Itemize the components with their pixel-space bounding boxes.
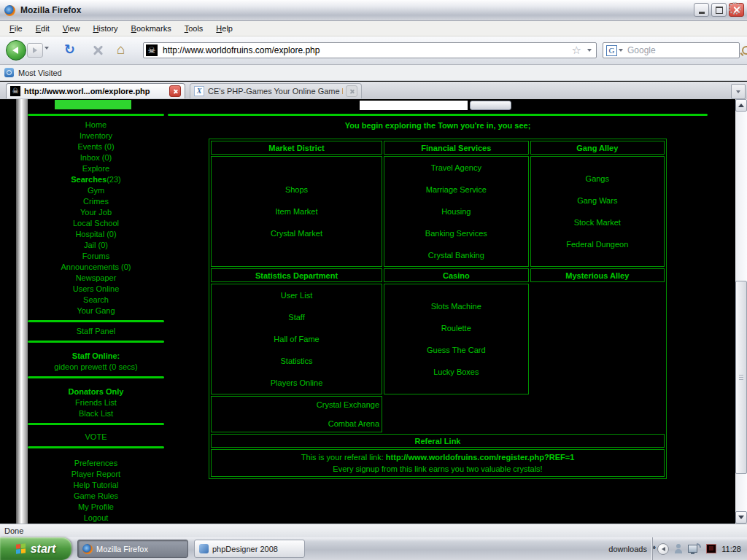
menu-item[interactable]: File: [3, 22, 29, 35]
start-button[interactable]: start: [0, 537, 71, 560]
explore-link[interactable]: Gangs: [586, 168, 609, 190]
scroll-up-button[interactable]: [735, 99, 747, 112]
sidebar-link[interactable]: Player Report: [28, 469, 164, 480]
list-all-tabs-button[interactable]: [731, 84, 746, 99]
explore-link[interactable]: Travel Agency: [431, 157, 481, 179]
sidebar-link[interactable]: Friends List: [28, 397, 164, 408]
hide-tray-icons-button[interactable]: [657, 543, 669, 555]
referal-url-link[interactable]: http://www.worldofruins.com/register.php…: [386, 453, 574, 462]
sidebar-link[interactable]: Explore: [28, 163, 164, 174]
sidebar-link[interactable]: Searches(23): [28, 174, 164, 185]
url-bar: ☠ ☆: [143, 42, 597, 58]
explore-link[interactable]: Crystal Market: [271, 222, 322, 244]
sidebar-link[interactable]: Local School: [28, 218, 164, 229]
explore-link[interactable]: Staff: [288, 306, 304, 328]
menu-item[interactable]: Tools: [178, 22, 210, 35]
taskbar-button-phpdesigner[interactable]: phpDesigner 2008: [194, 540, 305, 558]
sidebar-link[interactable]: Newspaper: [28, 273, 164, 284]
sidebar-link[interactable]: Preferences: [28, 458, 164, 469]
sidebar-link[interactable]: Announcements (0): [28, 262, 164, 273]
staff-online-user-link[interactable]: gideon prewett (0 secs): [28, 362, 164, 373]
sidebar-link[interactable]: Jail (0): [28, 240, 164, 251]
explore-link[interactable]: Marriage Service: [426, 179, 487, 201]
home-button[interactable]: ⌂: [117, 42, 125, 58]
menu-item[interactable]: View: [56, 22, 87, 35]
tab-ce-php-games[interactable]: X CE's PHP-Games Your Online Game Dev...: [190, 83, 362, 98]
explore-link[interactable]: Guess The Card: [427, 339, 486, 361]
sidebar-link[interactable]: Inventory: [28, 131, 164, 141]
recorder-tray-icon[interactable]: [706, 544, 716, 553]
explore-link[interactable]: Players Online: [271, 372, 323, 394]
search-input[interactable]: [626, 44, 742, 56]
vertical-scrollbar[interactable]: [735, 99, 747, 524]
sidebar-link[interactable]: Help Tutorial: [28, 480, 164, 491]
sidebar-link[interactable]: My Profile: [28, 502, 164, 513]
explore-link[interactable]: Hall of Fame: [274, 328, 319, 350]
downloads-label[interactable]: downloads: [608, 545, 647, 553]
sidebar-link[interactable]: Forums: [28, 251, 164, 262]
explore-link[interactable]: Roulette: [441, 317, 471, 339]
sidebar-link[interactable]: Home: [28, 120, 164, 131]
explore-link[interactable]: Lucky Boxes: [433, 361, 479, 383]
search-engine-dropdown[interactable]: [619, 49, 623, 52]
explore-link[interactable]: Crystal Banking: [428, 244, 484, 266]
divider: [28, 376, 164, 378]
sidebar-link[interactable]: Black List: [28, 408, 164, 419]
explore-link[interactable]: Item Market: [275, 201, 317, 222]
sidebar-link[interactable]: Logout: [28, 513, 164, 524]
menu-item[interactable]: History: [86, 22, 124, 35]
menu-item[interactable]: Help: [209, 22, 239, 35]
back-button[interactable]: [6, 40, 26, 61]
explore-link[interactable]: Slots Machine: [431, 295, 481, 317]
explore-link[interactable]: Housing: [441, 201, 471, 222]
forward-button[interactable]: [27, 43, 43, 58]
sidebar-link[interactable]: Search: [28, 295, 164, 306]
url-input[interactable]: [161, 44, 572, 56]
bookmark-star-icon[interactable]: ☆: [572, 44, 581, 57]
search-bar: G: [603, 42, 740, 58]
bookmarks-toolbar: Most Visited: [0, 65, 747, 81]
sidebar-link[interactable]: Game Rules: [28, 491, 164, 502]
most-visited-bookmark[interactable]: Most Visited: [18, 69, 62, 77]
taskbar-button-firefox[interactable]: Mozilla Firefox: [77, 540, 188, 558]
messenger-tray-icon[interactable]: [674, 544, 683, 553]
sidebar-link[interactable]: Events (0): [28, 141, 164, 152]
volume-network-tray-icon[interactable]: [688, 545, 697, 553]
explore-link[interactable]: Banking Services: [425, 222, 487, 244]
tab-close-button[interactable]: [169, 85, 181, 97]
menu-item[interactable]: Bookmarks: [125, 22, 178, 35]
sidebar-link[interactable]: Crimes: [28, 196, 164, 207]
header-financial-services: Financial Services: [384, 141, 529, 155]
sidebar-link[interactable]: Hospital (0): [28, 229, 164, 240]
sidebar-link[interactable]: Users Online: [28, 284, 164, 295]
sidebar-link-vote[interactable]: VOTE: [28, 432, 164, 443]
page-left-decorative-strip: [16, 99, 28, 524]
explore-link[interactable]: Federal Dungeon: [566, 233, 628, 255]
sidebar-link[interactable]: Your Gang: [28, 306, 164, 316]
explore-link[interactable]: Stock Market: [574, 211, 621, 233]
stop-button[interactable]: [92, 44, 104, 56]
explore-link[interactable]: Crystal Exchange: [317, 395, 379, 414]
restore-button[interactable]: [711, 3, 727, 17]
explore-link[interactable]: Gang Wars: [577, 190, 617, 211]
google-engine-icon[interactable]: G: [606, 45, 617, 56]
sidebar-link[interactable]: Your Job: [28, 207, 164, 218]
menu-item[interactable]: Edit: [29, 22, 56, 35]
scrollbar-thumb[interactable]: [735, 281, 747, 474]
sidebar-link-staff-panel[interactable]: Staff Panel: [28, 326, 164, 337]
tab-close-button[interactable]: [346, 85, 357, 97]
history-dropdown-button[interactable]: [44, 47, 49, 50]
search-magnifier-icon[interactable]: [742, 46, 747, 55]
reload-button[interactable]: ↻: [64, 42, 75, 57]
explore-link[interactable]: Shops: [285, 179, 308, 201]
explore-link[interactable]: User List: [281, 284, 312, 306]
sidebar-link[interactable]: Gym: [28, 185, 164, 196]
page-green-button[interactable]: [55, 100, 131, 109]
tab-explore[interactable]: ☠ http://www.worl...om/explore.php: [6, 83, 185, 98]
sidebar-link[interactable]: Inbox (0): [28, 152, 164, 163]
scroll-down-button[interactable]: [735, 511, 747, 524]
minimize-button[interactable]: [694, 3, 709, 17]
url-dropdown-button[interactable]: [587, 49, 592, 52]
explore-link[interactable]: Combat Arena: [328, 414, 379, 433]
explore-link[interactable]: Statistics: [281, 350, 313, 372]
